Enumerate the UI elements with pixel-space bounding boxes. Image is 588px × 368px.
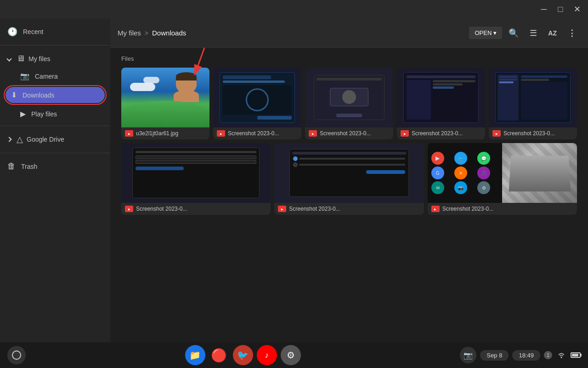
- ui-bar: [223, 75, 271, 79]
- taskbar-apps: 📁 🔴 🐦 ♪ ⚙: [185, 345, 301, 365]
- ui-bar: [223, 80, 284, 83]
- sidebar-item-my-files[interactable]: 🖥 My files: [0, 49, 110, 68]
- breadcrumb: My files > Downloads: [118, 29, 465, 37]
- f-input: [136, 160, 256, 164]
- file-name: Screenshot 2023-0...: [136, 206, 187, 212]
- sidebar-item-downloads[interactable]: ⬇ Downloads: [6, 87, 105, 103]
- file-thumbnail: [397, 68, 485, 127]
- taskbar-app-ytmusic[interactable]: ♪: [257, 345, 277, 365]
- sidebar-item-trash[interactable]: 🗑 Trash: [0, 157, 110, 176]
- file-label: Screenshot 2023-0...: [121, 203, 271, 215]
- green-hill: [121, 101, 209, 128]
- trash-icon: 🗑: [7, 161, 16, 171]
- sidebar-item-play-files[interactable]: ▶ Play files: [4, 106, 107, 122]
- apps-section: ▶ 🐦 💬 G ✕ 🎵 ✉ 📷 ⚙: [428, 143, 503, 203]
- taskbar-app-settings[interactable]: ⚙: [281, 345, 301, 365]
- file-label: u3e2l1jt0ar61.jpg: [121, 127, 209, 139]
- taskbar-app-chrome[interactable]: 🔴: [209, 345, 229, 365]
- file-thumbnail: [121, 68, 209, 127]
- search-button[interactable]: 🔍: [504, 25, 523, 41]
- file-thumbnail: [489, 68, 577, 127]
- taskbar: 📁 🔴 🐦 ♪ ⚙ 📷 Sep 8 18:49 1: [0, 342, 588, 368]
- file-type-icon: [431, 206, 440, 212]
- ui-circle: [246, 88, 269, 111]
- search-icon: 🔍: [509, 28, 519, 38]
- cloud-2: [143, 77, 159, 83]
- file-name: Screenshot 2023-0...: [289, 206, 340, 212]
- open-button[interactable]: OPEN ▾: [469, 27, 502, 39]
- sb-item: [499, 76, 517, 78]
- dialog-bar: [317, 78, 382, 80]
- app-icon-t: 📷: [454, 181, 467, 194]
- notification-badge[interactable]: 1: [544, 351, 552, 359]
- d2-btn: [366, 170, 405, 174]
- sidebar-google-drive-label: Google Drive: [27, 136, 64, 143]
- open-dropdown-icon: ▾: [493, 29, 497, 36]
- file-type-icon: [125, 206, 133, 212]
- breadcrumb-parent[interactable]: My files: [118, 29, 141, 37]
- sort-icon: AZ: [548, 29, 557, 37]
- file-item[interactable]: Screenshot 2023-0...: [213, 68, 301, 139]
- sidebar-camera-label: Camera: [35, 73, 58, 80]
- breadcrumb-separator: >: [145, 29, 148, 37]
- time-display[interactable]: 18:49: [512, 350, 540, 361]
- taskbar-app-angry-birds[interactable]: 🐦: [233, 345, 253, 365]
- maximize-button[interactable]: □: [553, 2, 568, 17]
- c-bar: [521, 79, 548, 81]
- minimize-button[interactable]: ─: [537, 2, 551, 17]
- taskbar-left: [7, 346, 26, 364]
- radio: [293, 156, 298, 161]
- winxp-thumb: [121, 68, 209, 127]
- main-content: My files > Downloads OPEN ▾ 🔍 ☰: [110, 18, 588, 368]
- sort-button[interactable]: AZ: [543, 27, 561, 40]
- file-item[interactable]: Screenshot 2023-0...: [121, 143, 271, 215]
- f-bar: [136, 151, 256, 153]
- d2-text: [299, 158, 405, 160]
- close-button[interactable]: ✕: [570, 2, 584, 17]
- list-view-button[interactable]: ☰: [525, 25, 542, 41]
- file-item[interactable]: Screenshot 2023-0...: [274, 143, 424, 215]
- file-item[interactable]: u3e2l1jt0ar61.jpg: [121, 68, 209, 139]
- file-item[interactable]: Screenshot 2023-0...: [305, 68, 393, 139]
- screenshot-button[interactable]: 📷: [460, 347, 476, 363]
- file-thumbnail: [213, 68, 301, 127]
- file-area: Files: [110, 48, 588, 368]
- app-icon-p: 🎵: [477, 167, 490, 179]
- sidebar-downloads-label: Downloads: [23, 92, 54, 99]
- settings-thumb: [403, 72, 478, 123]
- app-icon-s: ⚙: [477, 181, 490, 194]
- cloud-1: [130, 83, 155, 91]
- sidebar-divider-2: [0, 126, 110, 126]
- more-options-button[interactable]: ⋮: [563, 25, 581, 41]
- monitor-icon: 🖥: [17, 54, 25, 63]
- file-item[interactable]: Screenshot 2023-0...: [397, 68, 485, 139]
- arch-block: [509, 155, 571, 191]
- file-type-icon: [217, 130, 225, 137]
- file-item[interactable]: ▶ 🐦 💬 G ✕ 🎵 ✉ 📷 ⚙: [428, 143, 577, 215]
- file-name: Screenshot 2023-0...: [228, 130, 279, 137]
- app-icon-yt: ▶: [431, 152, 444, 165]
- f-input: [136, 155, 256, 159]
- face-shoulders: [174, 91, 199, 102]
- s-content: [407, 80, 475, 120]
- play-icon: ▶: [20, 109, 26, 118]
- file-type-icon: [278, 206, 286, 212]
- c-main: [521, 82, 567, 120]
- launcher-button[interactable]: [7, 346, 26, 364]
- file-name: Screenshot 2023-0...: [503, 130, 554, 137]
- file-label: Screenshot 2023-0...: [489, 127, 577, 139]
- file-item[interactable]: Screenshot 2023-0...: [489, 68, 577, 139]
- sidebar-item-camera[interactable]: 📷 Camera: [4, 68, 107, 84]
- date-display[interactable]: Sep 8: [480, 350, 509, 361]
- app-icon-wa: 💬: [477, 152, 490, 165]
- sidebar-item-recent[interactable]: 🕐 Recent: [0, 22, 110, 41]
- sidebar-item-google-drive[interactable]: △ Google Drive: [0, 130, 110, 149]
- file-label: Screenshot 2023-0...: [213, 127, 301, 139]
- taskbar-app-files[interactable]: 📁: [185, 345, 205, 365]
- d2-bar: [292, 152, 406, 155]
- screenshot-icon: 📷: [464, 351, 473, 360]
- dialog-thumb: [314, 75, 384, 120]
- arch-photo: [502, 143, 577, 203]
- file-thumbnail: [274, 143, 424, 203]
- inner-dialog: [330, 88, 369, 107]
